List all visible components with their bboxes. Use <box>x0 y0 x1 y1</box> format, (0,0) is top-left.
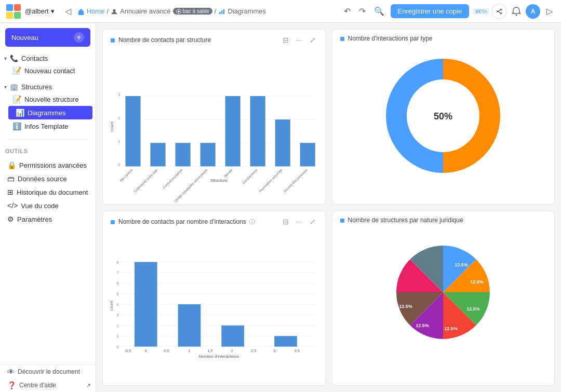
save-copy-button[interactable]: Enregistrer une copie <box>391 4 470 18</box>
contacts-icon: 📞 <box>10 55 18 62</box>
svg-text:1: 1 <box>118 139 120 144</box>
svg-rect-7 <box>223 9 225 14</box>
chart1-expand-button[interactable]: ⤢ <box>308 35 318 45</box>
chart1-header: ◼ Nombre de contacts par structure ⊟ ···… <box>103 30 325 48</box>
redo-button[interactable]: ↷ <box>357 4 368 18</box>
topbar-actions: ↶ ↷ 🔍 Enregistrer une copie BETA A ▷ <box>342 4 555 19</box>
chart-contacts-par-structure: ◼ Nombre de contacts par structure ⊟ ···… <box>102 29 326 205</box>
discover-icon: 👁 <box>7 368 15 376</box>
historique-label: Historique du document <box>17 188 88 196</box>
sidebar-group-contacts[interactable]: ▾ 📞 Contacts <box>0 53 96 64</box>
svg-text:12.5%: 12.5% <box>466 306 480 312</box>
infos-template-label: Infos Template <box>24 123 68 130</box>
sidebar-item-permissions[interactable]: 🔒 Permissions avancées <box>0 158 96 172</box>
sidebar-item-diagrammes[interactable]: 📊 Diagrammes <box>8 106 92 119</box>
user-menu[interactable]: @albert ▾ <box>25 7 55 15</box>
sidebar-item-historique[interactable]: ⊞ Historique du document <box>0 185 96 199</box>
sidebar-item-vue-code[interactable]: </> Vue du code <box>0 199 96 212</box>
lock-icon: 🔒 <box>7 161 16 169</box>
info-circle-icon: ⓘ <box>249 218 255 226</box>
topbar: @albert ▾ ◁ Home / Annuaire avancé bac à… <box>0 0 561 23</box>
chart-structures-par-nature: ◼ Nombre de structures par nature juridi… <box>332 211 555 386</box>
badge-icon <box>176 9 181 14</box>
new-button-label: Nouveau <box>11 34 38 42</box>
chart2-title-text: Nombre d'interactions par type <box>348 35 433 42</box>
svg-rect-24 <box>151 143 166 166</box>
nav-diagrammes[interactable]: Diagrammes <box>228 7 266 15</box>
svg-rect-5 <box>219 11 221 13</box>
svg-text:12.5%: 12.5% <box>444 326 458 331</box>
new-button[interactable]: Nouveau + <box>5 28 90 47</box>
edit-icon: 📝 <box>12 66 21 75</box>
sidebar-bottom: 👁 Découvrir le document ❓ Centre d'aide … <box>0 364 96 392</box>
sidebar-item-donnees[interactable]: 🗃 Données source <box>0 172 96 185</box>
contacts-label: Contacts <box>21 55 48 62</box>
svg-text:1.5: 1.5 <box>207 348 212 353</box>
chart1-filter-button[interactable]: ⊟ <box>280 35 291 45</box>
chart4-body: 12.5% 12.5% 12.5% 12.5% 12.5% 12.5% <box>332 227 555 360</box>
chart4-header: ◼ Nombre de structures par nature juridi… <box>332 211 555 227</box>
svg-text:Structure: Structure <box>210 178 228 183</box>
sidebar-item-infos-template[interactable]: ℹ️ Infos Template <box>5 119 96 133</box>
chart-interactions-par-type: ◼ Nombre d'interactions par type <box>332 29 555 205</box>
sidebar: Nouveau + ▾ 📞 Contacts 📝 Nouveau contact… <box>0 23 96 392</box>
donut-svg: 50% <box>376 48 511 183</box>
svg-text:1: 1 <box>116 334 118 339</box>
svg-text:6: 6 <box>116 281 118 286</box>
svg-rect-28 <box>250 96 265 166</box>
notifications-icon[interactable] <box>511 6 522 17</box>
chart3-expand-button[interactable]: ⤢ <box>308 217 318 227</box>
chevron-icon: ▾ <box>4 56 7 61</box>
chart3-actions: ⊟ ··· ⤢ <box>280 217 318 227</box>
svg-point-9 <box>500 12 502 14</box>
donnees-label: Données source <box>18 175 67 183</box>
svg-rect-64 <box>274 336 297 346</box>
svg-rect-29 <box>275 119 290 166</box>
svg-text:Service des pensions: Service des pensions <box>283 168 309 194</box>
chart2-body: 50% <box>332 45 555 188</box>
chart3-title-text: Nombre de contacts par nombre d'interact… <box>118 218 246 225</box>
svg-text:Association associée: Association associée <box>258 168 283 193</box>
annuaire-icon <box>111 8 118 15</box>
sidebar-item-nouvelle-structure[interactable]: 📝 Nouvelle structure <box>5 92 96 106</box>
share-button[interactable] <box>491 4 507 19</box>
contacts-sub: 📝 Nouveau contact <box>0 64 96 77</box>
sidebar-group-structures[interactable]: ▾ 🏢 Structures <box>0 82 96 92</box>
content-area: ◼ Nombre de contacts par structure ⊟ ···… <box>96 23 561 392</box>
aide-label: Centre d'aide <box>19 382 56 389</box>
sidebar-item-aide[interactable]: ❓ Centre d'aide ↗ <box>0 379 96 392</box>
diagrammes-label: Diagrammes <box>28 109 66 117</box>
chart-contacts-par-interactions: ◼ Nombre de contacts par nombre d'intera… <box>102 211 326 386</box>
sidebar-item-decouvrir[interactable]: 👁 Découvrir le document <box>0 365 96 379</box>
avatar[interactable]: A <box>526 4 540 19</box>
nouveau-contact-label: Nouveau contact <box>24 67 75 75</box>
svg-text:12.5%: 12.5% <box>416 323 429 328</box>
svg-rect-30 <box>300 143 315 166</box>
chart3-more-button[interactable]: ··· <box>294 217 304 227</box>
svg-text:Ma cantine: Ma cantine <box>119 168 133 182</box>
svg-rect-25 <box>176 143 191 166</box>
svg-marker-1 <box>78 8 84 11</box>
sidebar-item-nouveau-contact[interactable]: 📝 Nouveau contact <box>5 64 96 77</box>
chart3-filter-button[interactable]: ⊟ <box>280 217 291 227</box>
svg-text:7: 7 <box>116 271 118 275</box>
sidebar-toggle-button[interactable]: ◁ <box>63 4 73 18</box>
edit-icon: 📝 <box>12 95 21 103</box>
chart4-title: ◼ Nombre de structures par nature juridi… <box>340 217 463 224</box>
search-button[interactable]: 🔍 <box>372 4 386 18</box>
right-collapse-button[interactable]: ▷ <box>544 4 555 18</box>
chart1-more-button[interactable]: ··· <box>294 35 304 45</box>
undo-button[interactable]: ↶ <box>342 4 353 18</box>
svg-text:3: 3 <box>118 92 120 97</box>
svg-point-2 <box>113 9 115 11</box>
database-icon: 🗃 <box>7 174 15 183</box>
tools-section: 🔒 Permissions avancées 🗃 Données source … <box>0 156 96 228</box>
svg-text:3.5: 3.5 <box>295 348 300 353</box>
svg-text:1: 1 <box>188 348 190 353</box>
sidebar-item-parametres[interactable]: ⚙ Paramètres <box>0 212 96 226</box>
share-area: BETA <box>473 4 507 19</box>
svg-text:12.5%: 12.5% <box>470 279 484 285</box>
nav-home[interactable]: Home <box>87 7 105 15</box>
nav-annuaire[interactable]: Annuaire avancé <box>120 7 171 15</box>
svg-text:5: 5 <box>116 292 118 296</box>
